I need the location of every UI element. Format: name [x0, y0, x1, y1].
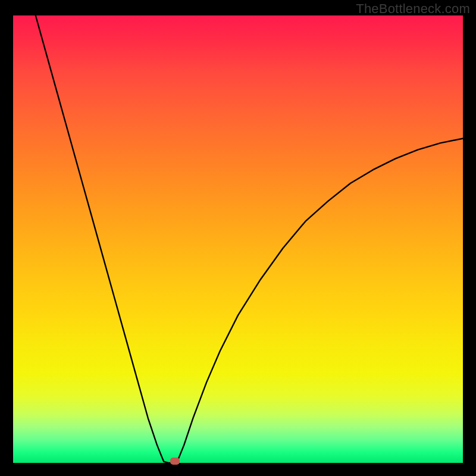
plot-area	[13, 15, 463, 463]
curve-path	[36, 15, 463, 463]
chart-frame: TheBottleneck.com	[0, 0, 476, 476]
watermark-text: TheBottleneck.com	[356, 1, 470, 17]
minimum-marker	[170, 458, 180, 465]
bottleneck-curve	[13, 15, 463, 463]
